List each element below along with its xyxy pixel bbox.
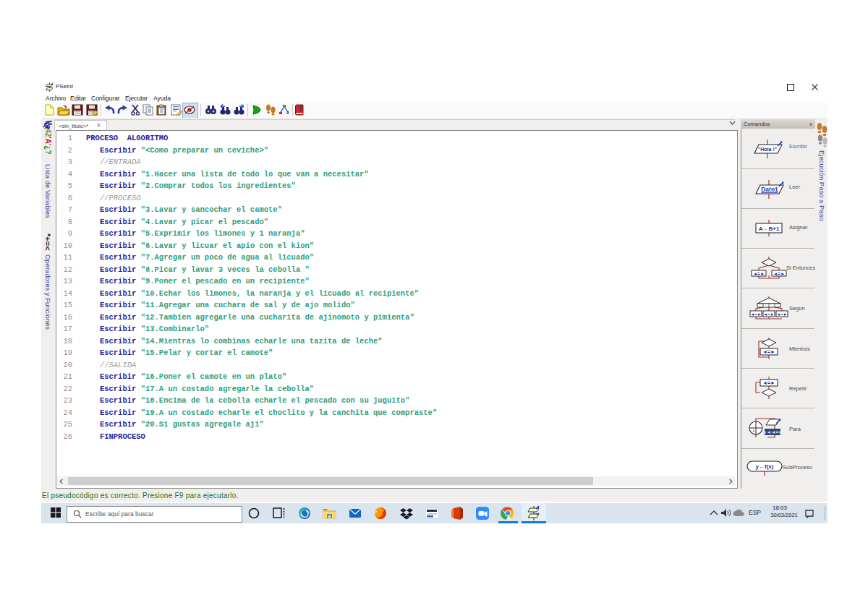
svg-text:A←B+1: A←B+1	[759, 226, 780, 232]
svg-text:Dato1: Dato1	[761, 186, 778, 193]
svg-text:◄=►: ◄=►	[762, 349, 775, 354]
svg-text:◄=►: ◄=►	[773, 271, 786, 276]
svg-text:◄=►: ◄=►	[753, 271, 765, 276]
svg-text:◄=►: ◄=►	[763, 312, 774, 317]
svg-text:◄=►: ◄=►	[776, 312, 787, 317]
svg-text:?: ?	[297, 106, 302, 113]
svg-text:◄=►: ◄=►	[750, 312, 761, 317]
svg-text:◄=►: ◄=►	[762, 380, 775, 385]
svg-text:"Hola !": "Hola !"	[758, 147, 777, 152]
svg-text:◄◄◄=►: ◄◄◄=►	[762, 429, 783, 434]
svg-text:y←f(x): y←f(x)	[756, 463, 774, 470]
